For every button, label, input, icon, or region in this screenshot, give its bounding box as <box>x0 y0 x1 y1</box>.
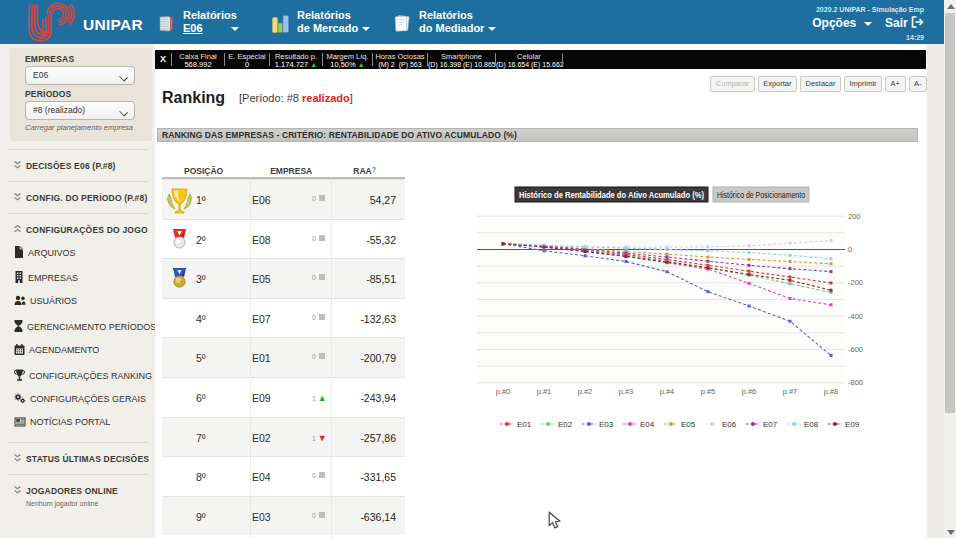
svg-text:p.#4: p.#4 <box>660 387 675 396</box>
svg-text:0: 0 <box>848 245 852 254</box>
svg-text:E04: E04 <box>640 420 655 429</box>
svg-text:-600: -600 <box>848 345 863 354</box>
svg-text:p.#6: p.#6 <box>742 387 757 396</box>
svg-text:Histórico de Posicionamento: Histórico de Posicionamento <box>717 190 805 200</box>
svg-text:p.#7: p.#7 <box>783 387 798 396</box>
svg-text:Histórico de Rentabilidade do: Histórico de Rentabilidade do Ativo Acum… <box>519 190 704 200</box>
svg-text:-200: -200 <box>848 278 863 287</box>
svg-text:E06: E06 <box>722 420 737 429</box>
svg-text:p.#8: p.#8 <box>824 387 839 396</box>
svg-text:p.#3: p.#3 <box>619 387 634 396</box>
svg-text:E05: E05 <box>681 420 696 429</box>
svg-text:p.#0: p.#0 <box>496 387 511 396</box>
svg-text:E09: E09 <box>845 420 860 429</box>
svg-text:p.#1: p.#1 <box>537 387 552 396</box>
svg-text:E08: E08 <box>804 420 819 429</box>
svg-text:E01: E01 <box>517 420 532 429</box>
svg-text:E02: E02 <box>558 420 573 429</box>
svg-text:200: 200 <box>848 212 861 221</box>
svg-text:E07: E07 <box>763 420 778 429</box>
svg-text:-400: -400 <box>848 312 863 321</box>
svg-text:p.#5: p.#5 <box>701 387 716 396</box>
svg-text:-800: -800 <box>848 378 863 387</box>
svg-text:E03: E03 <box>599 420 614 429</box>
svg-text:p.#2: p.#2 <box>578 387 593 396</box>
